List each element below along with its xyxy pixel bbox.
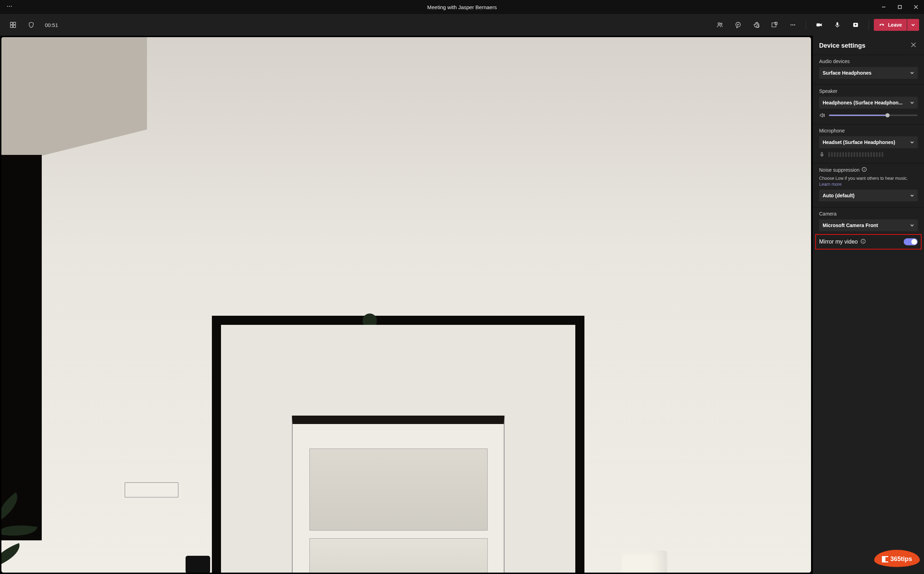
mic-toggle-icon[interactable]: [829, 17, 845, 33]
shield-icon[interactable]: [23, 17, 39, 33]
noise-suppression-label: Noise suppression: [819, 167, 918, 173]
noise-suppression-dropdown[interactable]: Auto (default): [819, 189, 918, 202]
tips-badge-label: 365tips: [890, 555, 912, 563]
microphone-value: Headset (Surface Headphones): [823, 139, 907, 145]
device-settings-panel: Device settings Audio devices Surface He…: [812, 36, 924, 574]
title-bar: Meeting with Jasper Bernaers: [0, 0, 924, 14]
svg-point-32: [864, 168, 864, 169]
speaker-label: Speaker: [819, 88, 918, 94]
svg-point-12: [720, 23, 722, 25]
noise-hint: Choose Low if you want others to hear mu…: [819, 176, 918, 181]
microphone-label: Microphone: [819, 128, 918, 134]
camera-toggle-icon[interactable]: [811, 17, 827, 33]
camera-label: Camera: [819, 211, 918, 216]
svg-point-2: [11, 6, 11, 7]
mirror-video-label: Mirror my video: [819, 239, 858, 245]
microphone-dropdown[interactable]: Headset (Surface Headphones): [819, 136, 918, 148]
chevron-down-icon: [910, 140, 914, 144]
people-icon[interactable]: [712, 17, 728, 33]
volume-icon: [819, 112, 826, 118]
mic-level-meter: [828, 152, 883, 157]
more-app-icon[interactable]: [6, 3, 13, 11]
volume-slider[interactable]: [829, 115, 918, 116]
meeting-timer: 00:51: [45, 22, 58, 28]
chevron-down-icon: [910, 101, 914, 105]
chevron-down-icon: [910, 223, 914, 227]
speaker-dropdown[interactable]: Headphones (Surface Headphon...: [819, 97, 918, 109]
chevron-down-icon: [910, 71, 914, 75]
separator: [806, 20, 806, 30]
svg-rect-17: [772, 23, 776, 27]
separator: [869, 20, 869, 30]
svg-point-0: [7, 6, 8, 7]
svg-rect-10: [13, 25, 16, 28]
mic-level-icon: [819, 152, 825, 157]
chevron-down-icon: [910, 194, 914, 198]
video-feed: [2, 37, 811, 572]
svg-rect-28: [821, 153, 823, 155]
svg-point-19: [791, 25, 792, 25]
gallery-layout-icon[interactable]: [5, 17, 21, 33]
office-logo-icon: [882, 556, 888, 563]
svg-rect-8: [13, 22, 16, 25]
svg-point-11: [718, 23, 720, 25]
svg-point-13: [736, 22, 740, 27]
close-window-button[interactable]: [908, 0, 924, 14]
meeting-title: Meeting with Jasper Bernaers: [0, 4, 924, 10]
camera-value: Microsoft Camera Front: [823, 222, 907, 228]
meeting-toolbar: 00:51 Leave: [0, 14, 924, 36]
hangup-icon: [879, 22, 885, 28]
minimize-button[interactable]: [876, 0, 892, 14]
leave-options-button[interactable]: [907, 19, 919, 31]
svg-rect-23: [837, 22, 839, 25]
learn-more-link[interactable]: Learn more: [819, 182, 918, 187]
audio-devices-dropdown[interactable]: Surface Headphones: [819, 67, 918, 79]
svg-point-20: [793, 25, 794, 25]
reactions-icon[interactable]: [748, 17, 764, 33]
svg-point-21: [794, 25, 795, 25]
leave-button[interactable]: Leave: [874, 19, 907, 31]
rooms-icon[interactable]: [766, 17, 783, 33]
speaker-value: Headphones (Surface Headphon...: [823, 100, 907, 106]
svg-rect-9: [11, 25, 13, 28]
camera-dropdown[interactable]: Microsoft Camera Front: [819, 219, 918, 231]
audio-devices-label: Audio devices: [819, 58, 918, 64]
more-actions-icon[interactable]: [785, 17, 801, 33]
svg-rect-7: [11, 22, 13, 25]
panel-heading: Device settings: [819, 42, 865, 49]
svg-rect-22: [816, 24, 820, 26]
maximize-button[interactable]: [892, 0, 908, 14]
info-icon[interactable]: [862, 167, 867, 173]
svg-rect-4: [899, 6, 902, 9]
chat-icon[interactable]: [730, 17, 746, 33]
leave-label: Leave: [888, 22, 902, 28]
svg-point-1: [9, 6, 10, 7]
info-icon[interactable]: [861, 239, 866, 245]
audio-devices-value: Surface Headphones: [823, 70, 907, 76]
noise-value: Auto (default): [823, 193, 907, 198]
svg-point-35: [863, 240, 863, 240]
tips-badge: 365tips: [874, 550, 920, 567]
close-panel-icon[interactable]: [909, 41, 918, 50]
share-screen-icon[interactable]: [848, 17, 864, 33]
mirror-video-toggle[interactable]: [903, 238, 918, 245]
